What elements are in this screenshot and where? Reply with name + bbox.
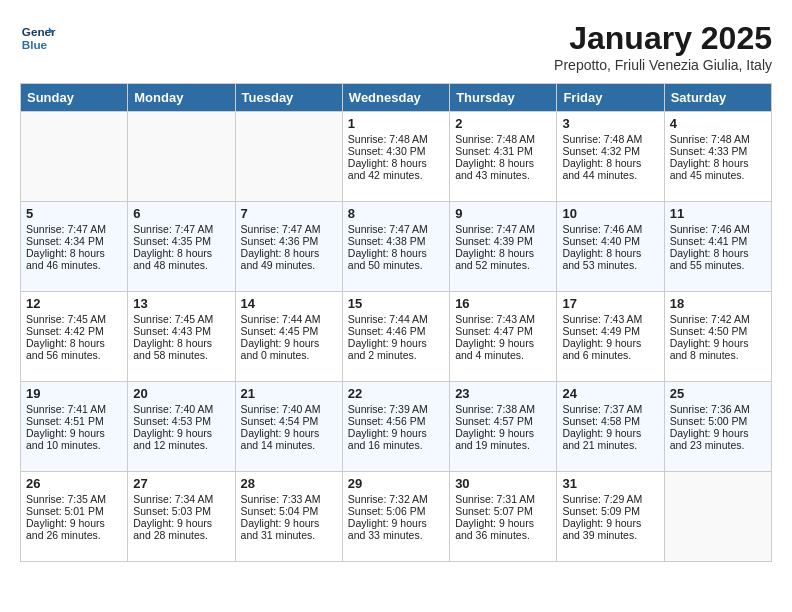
day-info: Daylight: 9 hours and 36 minutes. — [455, 517, 551, 541]
calendar-table: SundayMondayTuesdayWednesdayThursdayFrid… — [20, 83, 772, 562]
calendar-cell: 10Sunrise: 7:46 AMSunset: 4:40 PMDayligh… — [557, 202, 664, 292]
calendar-cell: 3Sunrise: 7:48 AMSunset: 4:32 PMDaylight… — [557, 112, 664, 202]
day-info: Sunrise: 7:45 AM — [26, 313, 122, 325]
calendar-cell: 15Sunrise: 7:44 AMSunset: 4:46 PMDayligh… — [342, 292, 449, 382]
day-info: Sunset: 4:42 PM — [26, 325, 122, 337]
day-info: Sunrise: 7:41 AM — [26, 403, 122, 415]
day-info: Sunrise: 7:32 AM — [348, 493, 444, 505]
calendar-body: 1Sunrise: 7:48 AMSunset: 4:30 PMDaylight… — [21, 112, 772, 562]
day-info: Sunset: 4:32 PM — [562, 145, 658, 157]
day-number: 21 — [241, 386, 337, 401]
day-info: Sunrise: 7:39 AM — [348, 403, 444, 415]
header-row: SundayMondayTuesdayWednesdayThursdayFrid… — [21, 84, 772, 112]
calendar-week-2: 5Sunrise: 7:47 AMSunset: 4:34 PMDaylight… — [21, 202, 772, 292]
day-number: 29 — [348, 476, 444, 491]
day-info: Daylight: 9 hours and 10 minutes. — [26, 427, 122, 451]
day-info: Sunrise: 7:44 AM — [348, 313, 444, 325]
calendar-cell: 26Sunrise: 7:35 AMSunset: 5:01 PMDayligh… — [21, 472, 128, 562]
day-number: 16 — [455, 296, 551, 311]
calendar-cell: 2Sunrise: 7:48 AMSunset: 4:31 PMDaylight… — [450, 112, 557, 202]
calendar-cell: 24Sunrise: 7:37 AMSunset: 4:58 PMDayligh… — [557, 382, 664, 472]
calendar-cell: 28Sunrise: 7:33 AMSunset: 5:04 PMDayligh… — [235, 472, 342, 562]
header-cell-monday: Monday — [128, 84, 235, 112]
day-info: Sunset: 5:06 PM — [348, 505, 444, 517]
day-info: Sunrise: 7:48 AM — [670, 133, 766, 145]
calendar-cell: 27Sunrise: 7:34 AMSunset: 5:03 PMDayligh… — [128, 472, 235, 562]
calendar-cell: 7Sunrise: 7:47 AMSunset: 4:36 PMDaylight… — [235, 202, 342, 292]
calendar-cell — [235, 112, 342, 202]
day-info: Sunset: 4:56 PM — [348, 415, 444, 427]
day-info: Daylight: 9 hours and 0 minutes. — [241, 337, 337, 361]
title-block: January 2025 Prepotto, Friuli Venezia Gi… — [554, 20, 772, 73]
calendar-week-3: 12Sunrise: 7:45 AMSunset: 4:42 PMDayligh… — [21, 292, 772, 382]
calendar-cell: 18Sunrise: 7:42 AMSunset: 4:50 PMDayligh… — [664, 292, 771, 382]
day-info: Sunset: 4:39 PM — [455, 235, 551, 247]
day-number: 5 — [26, 206, 122, 221]
day-info: Daylight: 8 hours and 56 minutes. — [26, 337, 122, 361]
day-info: Sunrise: 7:47 AM — [133, 223, 229, 235]
day-info: Sunrise: 7:33 AM — [241, 493, 337, 505]
day-info: Sunset: 5:09 PM — [562, 505, 658, 517]
day-info: Daylight: 9 hours and 33 minutes. — [348, 517, 444, 541]
day-info: Sunrise: 7:48 AM — [562, 133, 658, 145]
day-number: 22 — [348, 386, 444, 401]
day-info: Daylight: 9 hours and 23 minutes. — [670, 427, 766, 451]
day-number: 9 — [455, 206, 551, 221]
day-number: 28 — [241, 476, 337, 491]
day-info: Daylight: 9 hours and 28 minutes. — [133, 517, 229, 541]
day-info: Sunset: 4:46 PM — [348, 325, 444, 337]
day-info: Sunrise: 7:46 AM — [670, 223, 766, 235]
svg-text:Blue: Blue — [22, 38, 48, 51]
day-info: Sunrise: 7:48 AM — [348, 133, 444, 145]
header-cell-wednesday: Wednesday — [342, 84, 449, 112]
day-info: Sunrise: 7:46 AM — [562, 223, 658, 235]
day-info: Sunset: 4:36 PM — [241, 235, 337, 247]
calendar-cell: 12Sunrise: 7:45 AMSunset: 4:42 PMDayligh… — [21, 292, 128, 382]
day-info: Sunrise: 7:47 AM — [348, 223, 444, 235]
day-info: Sunset: 5:03 PM — [133, 505, 229, 517]
month-title: January 2025 — [554, 20, 772, 57]
day-info: Daylight: 9 hours and 2 minutes. — [348, 337, 444, 361]
day-number: 1 — [348, 116, 444, 131]
day-info: Sunrise: 7:48 AM — [455, 133, 551, 145]
day-info: Sunrise: 7:47 AM — [241, 223, 337, 235]
day-info: Sunset: 4:47 PM — [455, 325, 551, 337]
day-info: Sunset: 4:31 PM — [455, 145, 551, 157]
page-header: General Blue January 2025 Prepotto, Friu… — [20, 20, 772, 73]
day-number: 11 — [670, 206, 766, 221]
day-info: Daylight: 8 hours and 48 minutes. — [133, 247, 229, 271]
day-number: 8 — [348, 206, 444, 221]
day-number: 31 — [562, 476, 658, 491]
calendar-cell: 9Sunrise: 7:47 AMSunset: 4:39 PMDaylight… — [450, 202, 557, 292]
calendar-cell — [21, 112, 128, 202]
day-number: 10 — [562, 206, 658, 221]
day-info: Sunrise: 7:37 AM — [562, 403, 658, 415]
day-info: Sunset: 4:53 PM — [133, 415, 229, 427]
day-info: Daylight: 8 hours and 58 minutes. — [133, 337, 229, 361]
day-info: Daylight: 9 hours and 14 minutes. — [241, 427, 337, 451]
day-info: Sunset: 4:38 PM — [348, 235, 444, 247]
logo: General Blue — [20, 20, 56, 56]
calendar-cell: 22Sunrise: 7:39 AMSunset: 4:56 PMDayligh… — [342, 382, 449, 472]
day-info: Sunset: 4:57 PM — [455, 415, 551, 427]
day-info: Daylight: 8 hours and 44 minutes. — [562, 157, 658, 181]
day-info: Sunset: 4:50 PM — [670, 325, 766, 337]
day-info: Sunrise: 7:47 AM — [455, 223, 551, 235]
day-info: Daylight: 9 hours and 31 minutes. — [241, 517, 337, 541]
header-cell-sunday: Sunday — [21, 84, 128, 112]
day-number: 20 — [133, 386, 229, 401]
day-info: Sunset: 4:33 PM — [670, 145, 766, 157]
day-info: Sunset: 4:35 PM — [133, 235, 229, 247]
calendar-cell: 4Sunrise: 7:48 AMSunset: 4:33 PMDaylight… — [664, 112, 771, 202]
day-info: Sunset: 4:40 PM — [562, 235, 658, 247]
day-info: Daylight: 8 hours and 46 minutes. — [26, 247, 122, 271]
day-number: 19 — [26, 386, 122, 401]
day-number: 4 — [670, 116, 766, 131]
day-number: 7 — [241, 206, 337, 221]
day-number: 26 — [26, 476, 122, 491]
calendar-week-5: 26Sunrise: 7:35 AMSunset: 5:01 PMDayligh… — [21, 472, 772, 562]
day-info: Daylight: 8 hours and 50 minutes. — [348, 247, 444, 271]
day-info: Daylight: 9 hours and 6 minutes. — [562, 337, 658, 361]
day-number: 2 — [455, 116, 551, 131]
day-number: 6 — [133, 206, 229, 221]
